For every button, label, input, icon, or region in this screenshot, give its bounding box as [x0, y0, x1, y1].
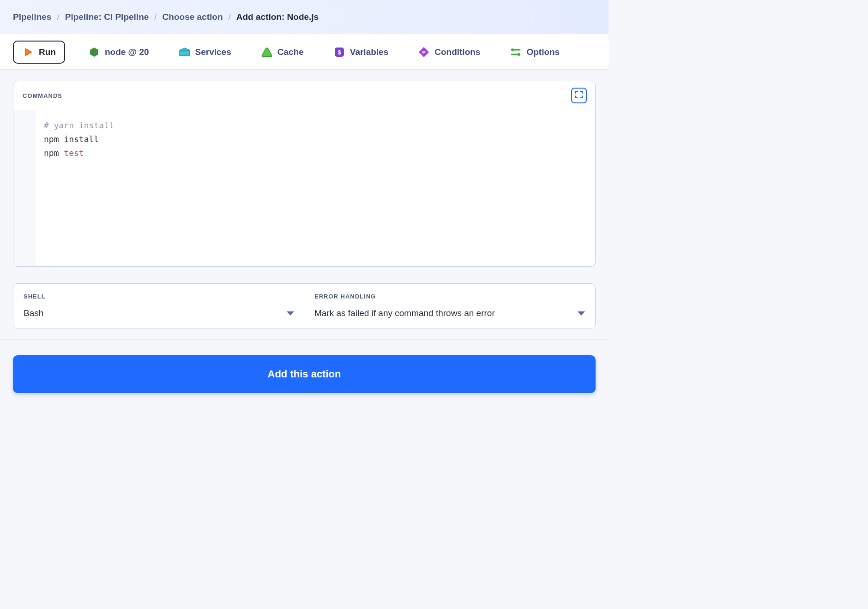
tab-variables[interactable]: $ Variables [327, 42, 395, 63]
tab-cache[interactable]: Cache [254, 42, 310, 63]
add-action-button[interactable]: Add this action [13, 355, 596, 393]
tab-cache-label: Cache [277, 47, 304, 57]
chevron-down-icon [287, 311, 294, 316]
shell-value: Bash [24, 308, 43, 318]
commands-header: COMMANDS [13, 81, 595, 110]
svg-text:IF: IF [422, 50, 426, 54]
commands-panel: COMMANDS # yarn install npm install npm … [13, 81, 596, 267]
diamond-if-icon: IF [418, 46, 430, 58]
tab-services[interactable]: Services [172, 42, 238, 63]
breadcrumb-sep: / [229, 12, 231, 22]
commands-label: COMMANDS [23, 92, 62, 99]
svg-marker-0 [26, 49, 32, 56]
settings-row: SHELL Bash ERROR HANDLING Mark as failed… [13, 283, 596, 329]
shell-cell: SHELL Bash [13, 284, 304, 328]
tabs-bar: Run node @ 20 Services Cache $ Variables… [0, 34, 609, 70]
tab-conditions-label: Conditions [434, 47, 480, 57]
code-line-3b: test [64, 148, 84, 158]
error-handling-cell: ERROR HANDLING Mark as failed if any com… [304, 284, 595, 328]
code-line-2: npm install [44, 134, 99, 144]
expand-button[interactable] [571, 88, 587, 103]
triangle-icon [261, 46, 273, 58]
code-line-1: # yarn install [44, 120, 114, 130]
editor-gutter [13, 110, 36, 266]
code-content: # yarn install npm install npm test [36, 110, 122, 266]
svg-text:$: $ [338, 49, 341, 56]
shell-label: SHELL [24, 293, 294, 300]
svg-marker-1 [90, 48, 98, 57]
error-handling-label: ERROR HANDLING [314, 293, 585, 300]
tab-node-label: node @ 20 [105, 47, 149, 57]
tab-options[interactable]: Options [503, 42, 566, 63]
breadcrumb-sep: / [57, 12, 59, 22]
chevron-down-icon [578, 311, 585, 316]
tab-node[interactable]: node @ 20 [82, 42, 156, 63]
expand-icon [574, 90, 584, 101]
code-editor[interactable]: # yarn install npm install npm test [13, 110, 595, 266]
error-handling-select[interactable]: Mark as failed if any command throws an … [314, 308, 585, 318]
breadcrumb-sep: / [154, 12, 157, 22]
tab-run[interactable]: Run [13, 41, 65, 64]
tab-run-label: Run [39, 47, 56, 57]
shell-select[interactable]: Bash [24, 308, 294, 318]
tab-conditions[interactable]: IF Conditions [411, 42, 487, 63]
main-content: COMMANDS # yarn install npm install npm … [0, 70, 609, 329]
breadcrumb-choose-action[interactable]: Choose action [163, 12, 223, 22]
tab-options-label: Options [526, 47, 560, 57]
sliders-icon [510, 46, 522, 58]
play-icon [22, 46, 34, 58]
breadcrumb: Pipelines / Pipeline: CI Pipeline / Choo… [0, 0, 609, 34]
code-line-3a: npm [44, 148, 64, 158]
breadcrumb-current: Add action: Node.js [236, 12, 319, 22]
footer: Add this action [0, 339, 609, 409]
breadcrumb-pipelines[interactable]: Pipelines [13, 12, 51, 22]
dollar-square-icon: $ [333, 46, 345, 58]
box-icon [179, 46, 191, 58]
error-handling-value: Mark as failed if any command throws an … [314, 308, 495, 318]
tab-variables-label: Variables [350, 47, 388, 57]
breadcrumb-pipeline[interactable]: Pipeline: CI Pipeline [65, 12, 149, 22]
tab-services-label: Services [195, 47, 231, 57]
hexagon-icon [88, 46, 100, 58]
